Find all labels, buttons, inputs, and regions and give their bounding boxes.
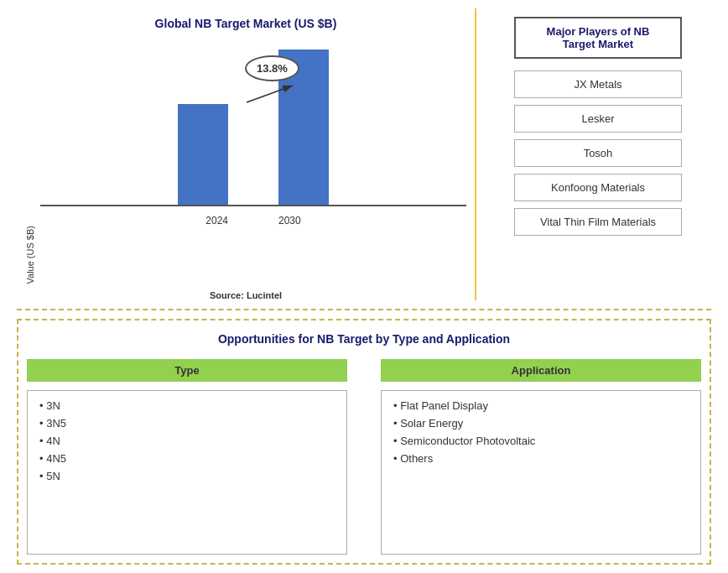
players-area: Major Players of NB Target Market JX Met… [476, 8, 711, 300]
app-item-others: • Others [393, 452, 689, 465]
app-item-semiconductor: • Semiconductor Photovoltaic [393, 435, 689, 447]
type-column: Type • 3N • 3N5 • 4N • 4N5 • 5N [27, 359, 347, 555]
application-column: Application • Flat Panel Display • Solar… [381, 359, 701, 555]
players-title: Major Players of NB Target Market [514, 17, 682, 59]
chart-area: Global NB Target Market (US $B) Value (U… [17, 8, 476, 300]
bar-label-2030: 2030 [278, 215, 301, 227]
player-lesker: Lesker [514, 105, 682, 133]
type-item-4n5: • 4N5 [39, 452, 335, 465]
bars-container: 13.8% [40, 39, 466, 206]
opportunities-content: Type • 3N • 3N5 • 4N • 4N5 • 5N Applicat… [27, 359, 701, 555]
chart-title: Global NB Target Market (US $B) [155, 17, 337, 30]
bottom-section: Opportunities for NB Target by Type and … [17, 319, 711, 565]
player-jx-metals: JX Metals [514, 70, 682, 98]
player-vital: Vital Thin Film Materials [514, 208, 682, 236]
cagr-annotation: 13.8% [245, 55, 299, 107]
type-item-5n: • 5N [39, 470, 335, 482]
app-item-flat-panel: • Flat Panel Display [393, 399, 689, 412]
svg-line-1 [247, 86, 293, 102]
source-label: Source: Lucintel [210, 290, 282, 300]
application-items-box: • Flat Panel Display • Solar Energy • Se… [381, 390, 701, 555]
main-container: Global NB Target Market (US $B) Value (U… [0, 0, 728, 573]
chart-content: 13.8% [40, 39, 466, 284]
bar-label-2024: 2024 [205, 215, 228, 227]
bar-2024 [178, 104, 228, 205]
opportunities-title: Opportunities for NB Target by Type and … [27, 332, 701, 346]
type-item-4n: • 4N [39, 435, 335, 447]
y-axis-label: Value (US $B) [25, 226, 35, 284]
application-header: Application [381, 359, 701, 382]
player-konfoong: Konfoong Materials [514, 174, 682, 201]
x-labels: 2024 2030 [40, 210, 466, 227]
player-tosoh: Tosoh [514, 139, 682, 167]
type-item-3n: • 3N [39, 399, 335, 412]
type-header: Type [27, 359, 347, 382]
top-section: Global NB Target Market (US $B) Value (U… [17, 8, 711, 310]
chart-wrapper: Value (US $B) 13.8% [25, 39, 466, 284]
type-items-box: • 3N • 3N5 • 4N • 4N5 • 5N [27, 390, 347, 555]
bar-group-2024 [178, 104, 228, 205]
cagr-bubble: 13.8% [245, 55, 299, 81]
app-item-solar: • Solar Energy [393, 417, 689, 430]
type-item-3n5: • 3N5 [39, 417, 335, 430]
